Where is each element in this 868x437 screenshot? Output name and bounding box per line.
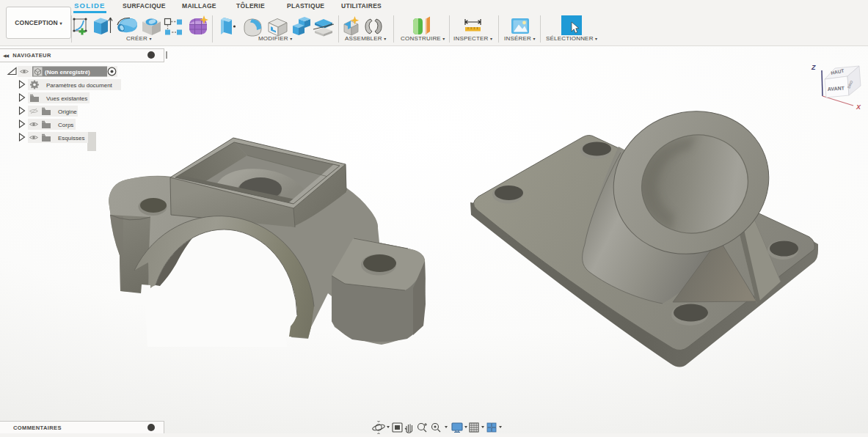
svg-text:(Non enregistré): (Non enregistré): [45, 69, 90, 76]
svg-text:Paramètres du document: Paramètres du document: [46, 82, 113, 89]
svg-text:Corps: Corps: [58, 122, 73, 128]
svg-text:Vues existantes: Vues existantes: [46, 95, 87, 102]
svg-text:Origine: Origine: [58, 109, 77, 115]
svg-text:Z: Z: [811, 64, 816, 71]
svg-text:Esquisses: Esquisses: [58, 135, 84, 142]
svg-text:X: X: [856, 103, 861, 111]
